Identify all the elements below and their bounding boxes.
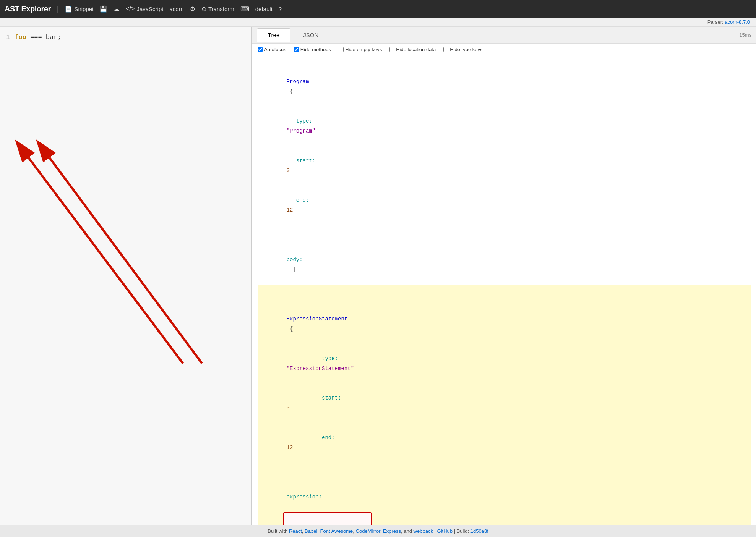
code-icon: </> <box>126 5 135 12</box>
hide-empty-keys-label: Hide empty keys <box>345 47 382 52</box>
language-label: JavaScript <box>136 6 163 12</box>
tree-line-es-start: start: 0 <box>258 383 751 423</box>
tree-line-exprstmt: – ExpressionStatement { <box>258 285 751 344</box>
keyboard-icon: ⌨ <box>240 5 249 13</box>
cloud-icon: ☁ <box>114 5 120 13</box>
nav-settings[interactable]: ⚙ <box>190 5 195 13</box>
footer-link-react[interactable]: React <box>289 528 302 534</box>
hide-location-label: Hide location data <box>396 47 436 52</box>
tree-line-es-end: end: 12 <box>258 423 751 463</box>
tab-timing: 15ms <box>739 32 751 38</box>
nav-default[interactable]: default <box>255 6 273 12</box>
tree-line-program: – Program { <box>258 57 751 107</box>
options-row: Autofocus Hide methods Hide empty keys H… <box>252 44 756 54</box>
nav-help[interactable]: ? <box>279 6 282 12</box>
hide-location-checkbox[interactable] <box>389 47 394 52</box>
hide-type-keys-label: Hide type keys <box>450 47 482 52</box>
nav-snippet[interactable]: 📄 Snippet <box>65 5 94 13</box>
hide-empty-keys-checkbox[interactable] <box>339 47 344 52</box>
tree-pane: Tree JSON 15ms Autofocus Hide methods Hi… <box>252 27 756 525</box>
hide-methods-checkbox[interactable] <box>294 47 299 52</box>
top-navigation: AST Explorer | 📄 Snippet 💾 ☁ </> JavaScr… <box>0 0 756 18</box>
collapse-expr[interactable]: – <box>283 484 286 490</box>
svg-line-2 <box>29 158 183 363</box>
parser-bar: Parser: acorn-8.7.0 <box>0 18 756 27</box>
nav-separator: | <box>57 5 59 13</box>
opt-hide-empty-keys[interactable]: Hide empty keys <box>339 47 382 52</box>
tree-line-expr: – expression: BinaryExpression = $node { <box>258 463 751 525</box>
main-area: 1foo === bar; Tree <box>0 27 756 525</box>
footer-sep: | <box>435 528 437 534</box>
transform-icon: ⊙ <box>201 5 206 13</box>
parser-label: acorn <box>169 6 184 12</box>
autofocus-checkbox[interactable] <box>258 47 263 52</box>
binary-expr-box: BinaryExpression = $node { <box>283 512 371 525</box>
parser-bar-label: Parser: <box>707 19 724 25</box>
autofocus-label: Autofocus <box>264 47 286 52</box>
transform-label: Transform <box>208 6 234 12</box>
footer-link-babel[interactable]: Babel <box>305 528 317 534</box>
nav-keyboard[interactable]: ⌨ <box>240 5 249 13</box>
collapse-body[interactable]: – <box>283 247 286 253</box>
footer: Built with React, Babel, Font Awesome, C… <box>0 525 756 537</box>
code-foo: foo <box>15 34 26 41</box>
line-number: 1 <box>6 34 10 41</box>
opt-hide-location[interactable]: Hide location data <box>389 47 436 52</box>
arrows-overlay <box>0 27 251 525</box>
editor-pane: 1foo === bar; <box>0 27 252 525</box>
footer-sep2: | Build: <box>454 528 470 534</box>
code-editor[interactable]: 1foo === bar; <box>0 27 251 48</box>
save-icon: 💾 <box>100 5 107 13</box>
code-bar: bar; <box>46 34 62 41</box>
footer-and: and <box>404 528 413 534</box>
gear-icon: ⚙ <box>190 5 195 13</box>
nav-transform[interactable]: ⊙ Transform <box>201 5 234 13</box>
parser-link[interactable]: acorn-8.7.0 <box>725 19 750 25</box>
footer-built-with: Built with <box>268 528 287 534</box>
footer-link-fontawesome[interactable]: Font Awesome <box>320 528 353 534</box>
opt-autofocus[interactable]: Autofocus <box>258 47 286 52</box>
footer-link-github[interactable]: GitHub <box>437 528 453 534</box>
footer-build-link[interactable]: 1d50a8f <box>470 528 488 534</box>
footer-link-codemirror[interactable]: CodeMirror <box>356 528 380 534</box>
tree-line-type: type: "Program" <box>258 107 751 146</box>
help-label: ? <box>279 6 282 12</box>
footer-link-express[interactable]: Express <box>383 528 401 534</box>
hide-methods-label: Hide methods <box>300 47 331 52</box>
snippet-label: Snippet <box>74 6 94 12</box>
collapse-exprstmt[interactable]: – <box>283 306 286 312</box>
default-label: default <box>255 6 273 12</box>
nav-parser[interactable]: acorn <box>169 6 184 12</box>
tree-line-end: end: 12 <box>258 186 751 226</box>
tree-line-body: – body: [ <box>258 225 751 285</box>
opt-hide-methods[interactable]: Hide methods <box>294 47 331 52</box>
footer-link-webpack[interactable]: webpack <box>414 528 433 534</box>
code-operator: === <box>26 34 46 41</box>
nav-cloud[interactable]: ☁ <box>114 5 120 13</box>
nav-save[interactable]: 💾 <box>100 5 107 13</box>
tabs-row: Tree JSON 15ms <box>252 27 756 44</box>
hide-type-keys-checkbox[interactable] <box>443 47 448 52</box>
snippet-icon: 📄 <box>65 5 72 13</box>
opt-hide-type-keys[interactable]: Hide type keys <box>443 47 482 52</box>
nav-language[interactable]: </> JavaScript <box>126 5 163 12</box>
app-title: AST Explorer <box>5 5 51 13</box>
tab-json[interactable]: JSON <box>292 28 329 42</box>
tab-tree[interactable]: Tree <box>257 28 290 42</box>
collapse-program[interactable]: – <box>283 69 286 75</box>
tree-content: – Program { type: "Program" start: 0 end… <box>252 54 756 525</box>
tree-line-es-type: type: "ExpressionStatement" <box>258 344 751 384</box>
tree-line-start: start: 0 <box>258 146 751 186</box>
